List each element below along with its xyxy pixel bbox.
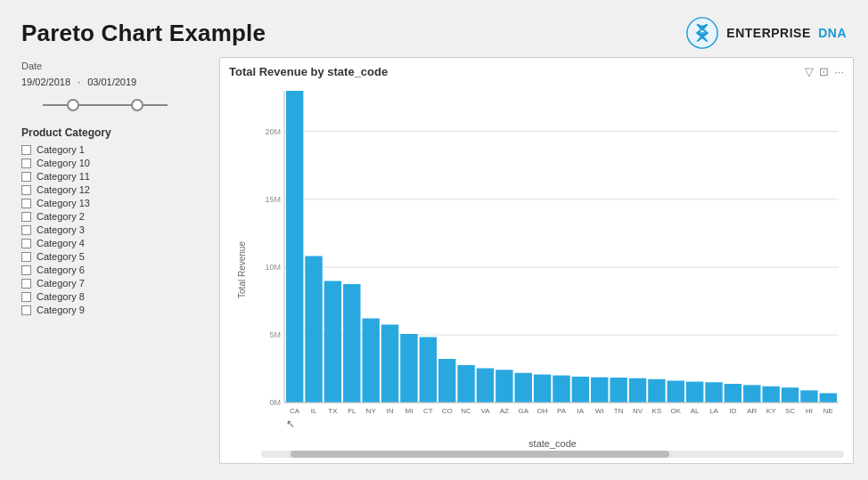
svg-rect-26 [400, 334, 417, 403]
category-item[interactable]: Category 11 [21, 171, 203, 182]
svg-text:CA: CA [290, 407, 300, 415]
category-checkbox[interactable] [21, 185, 31, 195]
svg-text:OH: OH [537, 407, 548, 415]
category-item[interactable]: Category 12 [21, 184, 203, 195]
category-checkbox[interactable] [21, 159, 31, 168]
y-axis-label: Total Revenue [237, 241, 247, 298]
category-checkbox[interactable] [21, 265, 31, 275]
category-checkbox[interactable] [21, 239, 31, 248]
main-content: Date 19/02/2018 · 03/01/2019 Product Cat… [0, 57, 868, 473]
scrollbar-thumb[interactable] [291, 451, 669, 458]
slider-thumb-left[interactable] [67, 99, 79, 111]
svg-rect-14 [286, 91, 303, 403]
svg-text:IA: IA [577, 407, 585, 415]
svg-rect-38 [515, 373, 532, 403]
category-item[interactable]: Category 10 [21, 158, 203, 168]
category-label: Category 4 [37, 238, 85, 248]
category-item[interactable]: Category 6 [21, 264, 203, 275]
date-slider[interactable] [25, 94, 185, 116]
slider-fill [43, 104, 168, 106]
category-item[interactable]: Category 5 [21, 251, 203, 262]
slider-thumb-right[interactable] [131, 99, 143, 111]
svg-rect-48 [610, 378, 626, 403]
left-panel: Date 19/02/2018 · 03/01/2019 Product Cat… [14, 57, 210, 464]
svg-rect-28 [420, 338, 437, 403]
date-separator: · [78, 77, 80, 87]
category-checkbox[interactable] [21, 279, 31, 289]
category-checkbox[interactable] [21, 305, 31, 315]
chart-svg-container: 0M5M10M15M20MCAILTXFLNYINMICTCONCVAAZGAO… [258, 82, 848, 458]
category-title: Product Category [21, 126, 203, 139]
svg-text:AL: AL [691, 407, 700, 415]
svg-rect-60 [725, 384, 741, 403]
svg-text:TN: TN [614, 407, 624, 415]
category-label: Category 9 [37, 305, 85, 315]
svg-text:KY: KY [766, 407, 776, 415]
category-label: Category 13 [37, 198, 90, 208]
svg-rect-64 [762, 386, 779, 403]
svg-text:10M: 10M [265, 263, 281, 272]
svg-text:CT: CT [423, 407, 433, 415]
date-start: 19/02/2018 [21, 77, 70, 87]
category-item[interactable]: Category 3 [21, 224, 203, 235]
svg-rect-50 [629, 378, 646, 403]
svg-text:WI: WI [595, 407, 604, 415]
svg-text:15M: 15M [265, 195, 281, 204]
svg-rect-70 [820, 394, 837, 403]
svg-text:AZ: AZ [500, 407, 509, 415]
category-checkbox[interactable] [21, 172, 31, 182]
svg-text:20M: 20M [265, 127, 281, 136]
svg-rect-30 [438, 359, 455, 403]
category-label: Category 2 [37, 211, 85, 222]
category-item[interactable]: Category 7 [21, 278, 203, 289]
category-label: Category 3 [37, 224, 85, 235]
page: Pareto Chart Example ENTERPRISE DNA Date [0, 0, 868, 480]
logo-text-dna: DNA [818, 26, 847, 40]
filter-icon[interactable]: ▽ [805, 65, 814, 78]
page-title: Pareto Chart Example [21, 20, 266, 47]
svg-rect-54 [667, 381, 684, 403]
svg-text:AR: AR [747, 407, 757, 415]
chart-title: Total Revenue by state_code [229, 65, 388, 78]
svg-text:LA: LA [709, 407, 718, 415]
category-filter: Product Category Category 1Category 10Ca… [21, 126, 203, 315]
more-icon[interactable]: ··· [834, 65, 844, 78]
expand-icon[interactable]: ⊡ [819, 65, 829, 78]
y-axis-area: Total Revenue [225, 82, 258, 458]
svg-text:KS: KS [652, 407, 662, 415]
chart-area: Total Revenue 0M5M10M15M20MCAILTXFLNYINM… [225, 82, 848, 458]
svg-text:PA: PA [557, 407, 567, 415]
svg-text:TX: TX [328, 407, 338, 415]
category-item[interactable]: Category 9 [21, 305, 203, 315]
chart-scrollbar[interactable] [261, 451, 844, 458]
svg-text:MI: MI [405, 407, 414, 415]
category-label: Category 12 [37, 184, 90, 195]
svg-rect-32 [457, 365, 474, 403]
svg-rect-46 [591, 378, 608, 403]
category-item[interactable]: Category 13 [21, 198, 203, 208]
chart-header: Total Revenue by state_code ▽ ⊡ ··· [225, 65, 848, 78]
category-checkbox[interactable] [21, 212, 31, 222]
category-item[interactable]: Category 1 [21, 144, 203, 155]
category-item[interactable]: Category 4 [21, 238, 203, 248]
svg-text:5M: 5M [269, 330, 281, 339]
category-item[interactable]: Category 8 [21, 291, 203, 302]
date-filter: Date 19/02/2018 · 03/01/2019 [21, 61, 203, 116]
svg-text:NV: NV [633, 407, 643, 415]
svg-rect-56 [686, 382, 703, 403]
category-checkbox[interactable] [21, 252, 31, 262]
logo-text: ENTERPRISE DNA [726, 26, 847, 40]
category-checkbox[interactable] [21, 199, 31, 208]
svg-rect-66 [782, 387, 798, 403]
logo-text-enterprise: ENTERPRISE [726, 26, 810, 40]
svg-text:IN: IN [387, 407, 394, 415]
category-checkbox[interactable] [21, 292, 31, 302]
svg-rect-44 [572, 377, 589, 403]
svg-text:IL: IL [311, 407, 317, 415]
svg-rect-16 [305, 256, 322, 403]
category-item[interactable]: Category 2 [21, 211, 203, 222]
category-checkbox[interactable] [21, 145, 31, 155]
category-label: Category 1 [37, 144, 85, 155]
category-checkbox[interactable] [21, 225, 31, 235]
category-list: Category 1Category 10Category 11Category… [21, 144, 203, 315]
